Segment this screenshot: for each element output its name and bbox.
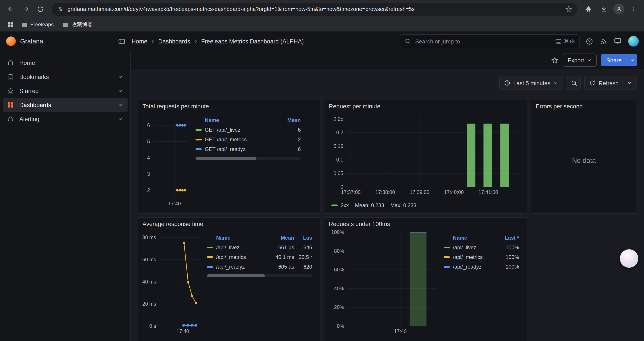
chevron-down-icon[interactable] <box>118 102 123 108</box>
panel-title[interactable]: Request per minute <box>324 100 527 111</box>
user-avatar[interactable] <box>628 36 639 47</box>
legend-last-value: 20.5 r <box>297 254 312 260</box>
share-button[interactable]: Share <box>601 54 627 66</box>
sidebar-item-home[interactable]: Home <box>3 56 128 70</box>
site-info-icon[interactable] <box>57 6 64 12</box>
svg-text:17:39:00: 17:39:00 <box>410 189 430 195</box>
sidebar-item-starred[interactable]: Starred <box>3 84 128 98</box>
profile-button[interactable] <box>612 2 626 16</box>
reload-button[interactable] <box>33 2 47 16</box>
legend-series[interactable]: 2xx <box>332 202 349 208</box>
panel-title[interactable]: Total requests per minute <box>138 100 320 111</box>
legend-header-mean[interactable]: Mean <box>280 117 301 123</box>
legend-series-name[interactable]: GET /api/_metrics <box>205 137 278 143</box>
svg-text:17:40: 17:40 <box>168 201 181 206</box>
export-button[interactable]: Export <box>563 54 597 67</box>
display-icon[interactable] <box>614 37 622 45</box>
legend-series-name[interactable]: GET /api/_readyz <box>205 146 278 152</box>
zoom-out-icon <box>571 80 577 86</box>
swatch-spacer <box>207 237 213 239</box>
series-swatch <box>196 129 202 131</box>
legend-scrollbar[interactable] <box>196 157 301 160</box>
average-response-time-chart[interactable]: 0 s20 ms40 ms60 ms80 ms17:40 <box>142 229 204 337</box>
breadcrumb-dashboards[interactable]: Dashboards <box>158 38 190 45</box>
legend-header: Name Last * <box>444 233 519 243</box>
bookmark-folder-label: 收藏博客 <box>72 21 93 28</box>
scrollbar-thumb[interactable] <box>196 157 256 160</box>
legend-row: /api/_livez 100% <box>444 243 519 252</box>
sidebar-item-bookmarks[interactable]: Bookmarks <box>3 70 128 84</box>
address-bar[interactable]: grafana.mathmast.com/d/deytv4rwavabkb/fr… <box>52 3 577 16</box>
legend-series-name[interactable]: /api/_readyz <box>453 264 497 270</box>
panel-title[interactable]: Errors per second <box>531 100 636 111</box>
total-requests-chart[interactable]: 2345617:40 <box>142 111 192 210</box>
share-menu-button[interactable] <box>627 54 637 66</box>
requests-under-100ms-chart[interactable]: 0%20%40%60%80%100%17:40 <box>328 229 440 337</box>
news-feed-icon[interactable] <box>600 38 607 45</box>
person-icon <box>615 6 622 12</box>
header-actions <box>586 36 639 47</box>
legend-series-name[interactable]: /api/_metrics <box>216 254 268 260</box>
svg-text:60%: 60% <box>334 267 344 272</box>
mega-menu-toggle[interactable] <box>118 38 126 45</box>
legend-header-last[interactable]: Last * <box>500 235 519 241</box>
search-input[interactable] <box>414 38 552 45</box>
favorite-dashboard-button[interactable] <box>551 56 558 64</box>
zoom-out-button[interactable] <box>567 76 581 90</box>
svg-text:40%: 40% <box>334 286 344 291</box>
browser-menu-button[interactable] <box>626 2 640 16</box>
breadcrumb-home[interactable]: Home <box>132 38 147 45</box>
legend-series-name[interactable]: /api/_livez <box>453 244 497 251</box>
time-range-label: Last 5 minutes <box>513 80 550 86</box>
legend-header: Name Mean Las <box>207 233 312 243</box>
grafana-logo[interactable] <box>6 37 16 46</box>
assistant-avatar-bubble[interactable] <box>620 249 638 268</box>
extensions-button[interactable] <box>582 2 596 16</box>
legend-header-last[interactable]: Las <box>297 235 312 241</box>
svg-text:2: 2 <box>147 187 150 193</box>
svg-text:17:40:00: 17:40:00 <box>444 189 464 195</box>
legend-mean-value: 6 <box>280 146 301 152</box>
legend-series-name[interactable]: /api/_livez <box>216 244 268 251</box>
back-button[interactable] <box>4 2 18 16</box>
sidebar-item-dashboards[interactable]: Dashboards <box>3 98 128 112</box>
dashboard-main: Export Share <box>131 51 644 341</box>
bookmark-folder-blogs[interactable]: 收藏博客 <box>59 20 96 30</box>
svg-text:17:37:00: 17:37:00 <box>341 189 361 195</box>
time-range-picker[interactable]: Last 5 minutes <box>499 76 564 90</box>
chevron-down-icon[interactable] <box>118 74 123 80</box>
legend-header-name[interactable]: Name <box>205 117 278 123</box>
help-icon[interactable] <box>586 38 593 45</box>
url-text[interactable]: grafana.mathmast.com/d/deytv4rwavabkb/fr… <box>68 6 561 12</box>
scrollbar-thumb[interactable] <box>207 274 265 277</box>
forward-button[interactable] <box>18 2 32 16</box>
panel-title[interactable]: Requests under 100ms <box>324 218 527 229</box>
legend-table: Name Mean GET /api/_livez 6 <box>196 111 316 210</box>
search-box[interactable]: ⌘+k <box>400 34 580 48</box>
dashboard-toolbar: Export Share <box>131 51 644 69</box>
chevron-down-icon[interactable] <box>118 116 123 122</box>
panel-title[interactable]: Average response time <box>138 218 320 229</box>
legend-series-name[interactable]: /api/_readyz <box>216 264 268 270</box>
legend-header-mean[interactable]: Mean <box>271 235 294 241</box>
refresh-button[interactable]: Refresh <box>584 76 637 90</box>
legend-scrollbar[interactable] <box>207 274 312 277</box>
legend-series-name[interactable]: /api/_metrics <box>453 254 497 260</box>
chevron-down-icon[interactable] <box>118 88 123 94</box>
legend-header-name[interactable]: Name <box>216 235 268 241</box>
legend-series-name[interactable]: GET /api/_livez <box>205 127 278 133</box>
bookmark-star-icon[interactable] <box>565 6 572 13</box>
sidebar-item-label: Dashboards <box>19 102 112 108</box>
series-swatch <box>332 204 338 206</box>
svg-text:60 ms: 60 ms <box>142 257 156 262</box>
legend-header-name[interactable]: Name <box>453 235 497 241</box>
request-per-minute-chart[interactable]: 00.050.10.150.20.2517:37:0017:38:0017:39… <box>328 111 524 197</box>
profile-avatar <box>613 4 624 15</box>
sidebar-item-alerting[interactable]: Alerting <box>3 112 128 126</box>
series-swatch <box>444 256 450 258</box>
bookmark-folder-freeleaps[interactable]: Freeleaps <box>18 20 57 29</box>
grafana-header: Grafana Home Dashboards Freeleaps Metric… <box>0 32 644 51</box>
legend-mean-value: 2 <box>280 137 301 143</box>
downloads-button[interactable] <box>597 2 611 16</box>
apps-button[interactable] <box>4 19 16 30</box>
